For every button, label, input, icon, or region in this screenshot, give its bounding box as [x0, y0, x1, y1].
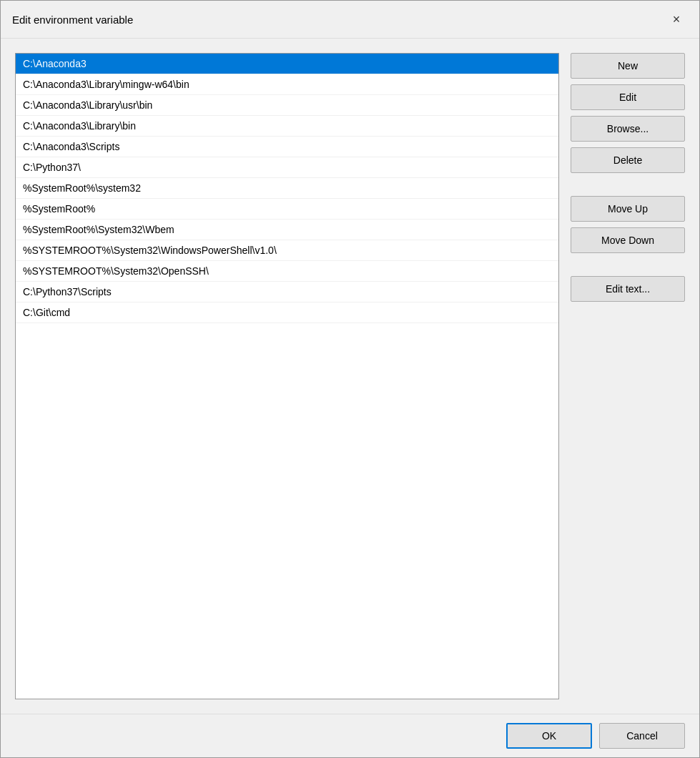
move-down-button[interactable]: Move Down: [571, 227, 685, 253]
env-var-list[interactable]: C:\Anaconda3C:\Anaconda3\Library\mingw-w…: [15, 53, 559, 699]
list-item[interactable]: C:\Anaconda3\Library\usr\bin: [16, 95, 558, 116]
list-item[interactable]: C:\Anaconda3\Library\bin: [16, 116, 558, 137]
delete-button[interactable]: Delete: [571, 147, 685, 173]
edit-button[interactable]: Edit: [571, 84, 685, 110]
action-buttons-panel: New Edit Browse... Delete Move Up Move D…: [571, 53, 685, 699]
edit-text-button[interactable]: Edit text...: [571, 276, 685, 302]
list-item[interactable]: C:\Anaconda3: [16, 54, 558, 74]
list-item[interactable]: C:\Python37\Scripts: [16, 282, 558, 302]
list-item[interactable]: %SystemRoot%\System32\Wbem: [16, 220, 558, 240]
list-item[interactable]: %SYSTEMROOT%\System32\WindowsPowerShell\…: [16, 240, 558, 261]
title-bar: Edit environment variable ×: [1, 1, 699, 39]
move-up-button[interactable]: Move Up: [571, 196, 685, 222]
dialog-title: Edit environment variable: [12, 14, 133, 26]
dialog-content: C:\Anaconda3C:\Anaconda3\Library\mingw-w…: [1, 39, 699, 714]
close-button[interactable]: ×: [665, 8, 688, 31]
ok-button[interactable]: OK: [506, 723, 592, 749]
list-item[interactable]: C:\Anaconda3\Scripts: [16, 137, 558, 157]
edit-env-dialog: Edit environment variable × C:\Anaconda3…: [0, 0, 700, 758]
spacer2: [571, 259, 685, 270]
new-button[interactable]: New: [571, 53, 685, 79]
list-item[interactable]: %SYSTEMROOT%\System32\OpenSSH\: [16, 261, 558, 282]
spacer: [571, 179, 685, 190]
list-item[interactable]: C:\Git\cmd: [16, 302, 558, 323]
list-item[interactable]: C:\Python37\: [16, 157, 558, 178]
cancel-button[interactable]: Cancel: [599, 723, 685, 749]
dialog-footer: OK Cancel: [1, 714, 699, 757]
browse-button[interactable]: Browse...: [571, 116, 685, 142]
list-item[interactable]: %SystemRoot%\system32: [16, 178, 558, 199]
list-item[interactable]: C:\Anaconda3\Library\mingw-w64\bin: [16, 74, 558, 95]
list-item[interactable]: %SystemRoot%: [16, 199, 558, 220]
